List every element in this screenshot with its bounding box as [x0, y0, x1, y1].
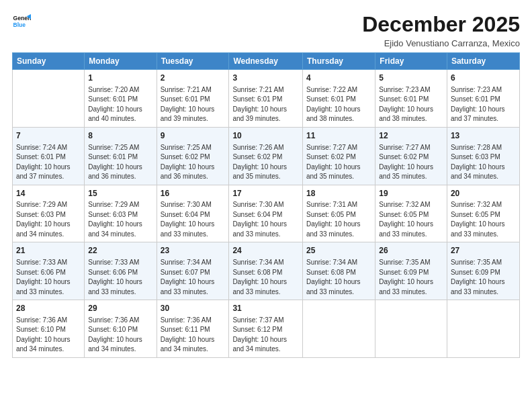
day-info: Sunrise: 7:36 AM Sunset: 6:10 PM Dayligh… — [16, 316, 81, 355]
day-number: 6 — [451, 73, 516, 84]
day-cell — [302, 300, 375, 358]
day-cell: 3Sunrise: 7:21 AM Sunset: 6:01 PM Daylig… — [229, 70, 303, 128]
month-title: December 2025 — [362, 12, 520, 37]
day-cell: 23Sunrise: 7:34 AM Sunset: 6:07 PM Dayli… — [157, 242, 229, 300]
day-number: 5 — [379, 73, 443, 84]
day-cell: 13Sunrise: 7:28 AM Sunset: 6:03 PM Dayli… — [447, 127, 519, 185]
day-cell: 22Sunrise: 7:33 AM Sunset: 6:06 PM Dayli… — [85, 242, 157, 300]
title-block: December 2025 Ejido Venustiano Carranza,… — [362, 12, 520, 48]
day-info: Sunrise: 7:32 AM Sunset: 6:05 PM Dayligh… — [379, 200, 443, 239]
week-row-4: 21Sunrise: 7:33 AM Sunset: 6:06 PM Dayli… — [13, 242, 520, 300]
day-cell: 19Sunrise: 7:32 AM Sunset: 6:05 PM Dayli… — [375, 185, 447, 242]
day-info: Sunrise: 7:33 AM Sunset: 6:06 PM Dayligh… — [88, 258, 152, 297]
day-number: 13 — [451, 130, 516, 142]
logo-icon: General Blue — [12, 12, 31, 31]
day-cell — [13, 70, 85, 128]
day-cell: 24Sunrise: 7:34 AM Sunset: 6:08 PM Dayli… — [229, 242, 303, 300]
day-info: Sunrise: 7:25 AM Sunset: 6:02 PM Dayligh… — [161, 143, 226, 182]
day-number: 21 — [16, 245, 81, 257]
day-number: 23 — [161, 245, 226, 257]
day-cell: 25Sunrise: 7:34 AM Sunset: 6:08 PM Dayli… — [302, 242, 375, 300]
day-cell: 14Sunrise: 7:29 AM Sunset: 6:03 PM Dayli… — [13, 185, 85, 242]
day-info: Sunrise: 7:22 AM Sunset: 6:01 PM Dayligh… — [306, 85, 371, 124]
day-number: 3 — [232, 73, 299, 84]
day-cell: 15Sunrise: 7:29 AM Sunset: 6:03 PM Dayli… — [85, 185, 157, 242]
col-friday: Friday — [375, 53, 447, 70]
day-info: Sunrise: 7:27 AM Sunset: 6:02 PM Dayligh… — [306, 143, 371, 182]
day-number: 10 — [232, 130, 299, 142]
day-number: 18 — [306, 188, 371, 199]
header: General Blue December 2025 Ejido Venusti… — [12, 12, 520, 48]
day-info: Sunrise: 7:36 AM Sunset: 6:10 PM Dayligh… — [88, 316, 152, 355]
day-number: 20 — [451, 188, 516, 199]
day-number: 8 — [88, 130, 152, 142]
day-info: Sunrise: 7:34 AM Sunset: 6:07 PM Dayligh… — [161, 258, 226, 297]
day-number: 9 — [161, 130, 226, 142]
day-cell: 26Sunrise: 7:35 AM Sunset: 6:09 PM Dayli… — [375, 242, 447, 300]
day-cell: 4Sunrise: 7:22 AM Sunset: 6:01 PM Daylig… — [302, 70, 375, 128]
day-number: 17 — [232, 188, 299, 199]
day-number: 12 — [379, 130, 443, 142]
calendar-header: Sunday Monday Tuesday Wednesday Thursday… — [13, 53, 520, 70]
day-cell: 29Sunrise: 7:36 AM Sunset: 6:10 PM Dayli… — [85, 300, 157, 358]
day-cell: 9Sunrise: 7:25 AM Sunset: 6:02 PM Daylig… — [157, 127, 229, 185]
day-info: Sunrise: 7:20 AM Sunset: 6:01 PM Dayligh… — [88, 85, 152, 124]
day-number: 1 — [88, 73, 152, 84]
day-number: 24 — [232, 245, 299, 257]
day-info: Sunrise: 7:35 AM Sunset: 6:09 PM Dayligh… — [451, 258, 516, 297]
day-cell: 16Sunrise: 7:30 AM Sunset: 6:04 PM Dayli… — [157, 185, 229, 242]
day-cell: 8Sunrise: 7:25 AM Sunset: 6:01 PM Daylig… — [85, 127, 157, 185]
day-info: Sunrise: 7:34 AM Sunset: 6:08 PM Dayligh… — [232, 258, 299, 297]
day-info: Sunrise: 7:30 AM Sunset: 6:04 PM Dayligh… — [161, 200, 226, 239]
day-number: 22 — [88, 245, 152, 257]
day-number: 15 — [88, 188, 152, 199]
day-info: Sunrise: 7:21 AM Sunset: 6:01 PM Dayligh… — [161, 85, 226, 124]
day-info: Sunrise: 7:29 AM Sunset: 6:03 PM Dayligh… — [16, 200, 81, 239]
day-info: Sunrise: 7:34 AM Sunset: 6:08 PM Dayligh… — [306, 258, 371, 297]
col-saturday: Saturday — [447, 53, 519, 70]
day-cell — [375, 300, 447, 358]
col-thursday: Thursday — [302, 53, 375, 70]
calendar-body: 1Sunrise: 7:20 AM Sunset: 6:01 PM Daylig… — [13, 70, 520, 358]
day-number: 25 — [306, 245, 371, 257]
day-cell: 11Sunrise: 7:27 AM Sunset: 6:02 PM Dayli… — [302, 127, 375, 185]
logo: General Blue — [12, 12, 31, 31]
day-info: Sunrise: 7:21 AM Sunset: 6:01 PM Dayligh… — [232, 85, 299, 124]
day-cell: 21Sunrise: 7:33 AM Sunset: 6:06 PM Dayli… — [13, 242, 85, 300]
svg-text:Blue: Blue — [13, 21, 26, 28]
day-cell: 6Sunrise: 7:23 AM Sunset: 6:01 PM Daylig… — [447, 70, 519, 128]
col-sunday: Sunday — [13, 53, 85, 70]
day-info: Sunrise: 7:37 AM Sunset: 6:12 PM Dayligh… — [232, 316, 299, 355]
day-number: 14 — [16, 188, 81, 199]
week-row-3: 14Sunrise: 7:29 AM Sunset: 6:03 PM Dayli… — [13, 185, 520, 242]
day-cell: 27Sunrise: 7:35 AM Sunset: 6:09 PM Dayli… — [447, 242, 519, 300]
col-monday: Monday — [85, 53, 157, 70]
day-info: Sunrise: 7:36 AM Sunset: 6:11 PM Dayligh… — [161, 316, 226, 355]
day-info: Sunrise: 7:29 AM Sunset: 6:03 PM Dayligh… — [88, 200, 152, 239]
day-info: Sunrise: 7:30 AM Sunset: 6:04 PM Dayligh… — [232, 200, 299, 239]
day-info: Sunrise: 7:27 AM Sunset: 6:02 PM Dayligh… — [379, 143, 443, 182]
day-info: Sunrise: 7:24 AM Sunset: 6:01 PM Dayligh… — [16, 143, 81, 182]
day-cell: 28Sunrise: 7:36 AM Sunset: 6:10 PM Dayli… — [13, 300, 85, 358]
day-number: 7 — [16, 130, 81, 142]
calendar-page: General Blue December 2025 Ejido Venusti… — [0, 0, 532, 411]
day-cell: 7Sunrise: 7:24 AM Sunset: 6:01 PM Daylig… — [13, 127, 85, 185]
day-number: 27 — [451, 245, 516, 257]
day-cell: 30Sunrise: 7:36 AM Sunset: 6:11 PM Dayli… — [157, 300, 229, 358]
day-cell: 17Sunrise: 7:30 AM Sunset: 6:04 PM Dayli… — [229, 185, 303, 242]
day-cell: 1Sunrise: 7:20 AM Sunset: 6:01 PM Daylig… — [85, 70, 157, 128]
day-info: Sunrise: 7:35 AM Sunset: 6:09 PM Dayligh… — [379, 258, 443, 297]
week-row-1: 1Sunrise: 7:20 AM Sunset: 6:01 PM Daylig… — [13, 70, 520, 128]
day-number: 28 — [16, 303, 81, 314]
day-cell: 12Sunrise: 7:27 AM Sunset: 6:02 PM Dayli… — [375, 127, 447, 185]
week-row-5: 28Sunrise: 7:36 AM Sunset: 6:10 PM Dayli… — [13, 300, 520, 358]
day-cell: 20Sunrise: 7:32 AM Sunset: 6:05 PM Dayli… — [447, 185, 519, 242]
day-number: 4 — [306, 73, 371, 84]
day-info: Sunrise: 7:26 AM Sunset: 6:02 PM Dayligh… — [232, 143, 299, 182]
day-cell — [447, 300, 519, 358]
day-number: 11 — [306, 130, 371, 142]
day-number: 19 — [379, 188, 443, 199]
day-cell: 18Sunrise: 7:31 AM Sunset: 6:05 PM Dayli… — [302, 185, 375, 242]
day-info: Sunrise: 7:33 AM Sunset: 6:06 PM Dayligh… — [16, 258, 81, 297]
day-info: Sunrise: 7:25 AM Sunset: 6:01 PM Dayligh… — [88, 143, 152, 182]
